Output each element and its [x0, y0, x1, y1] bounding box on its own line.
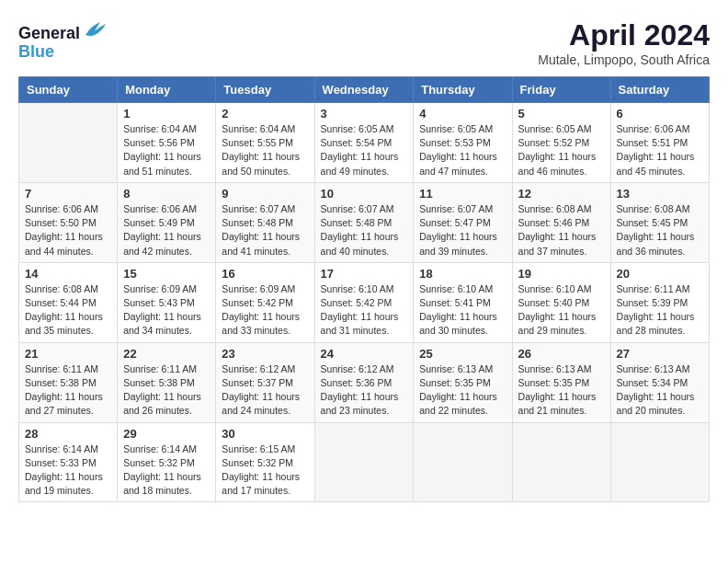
logo-bird-icon	[82, 18, 108, 39]
day-number: 6	[617, 107, 703, 121]
title-block: April 2024 Mutale, Limpopo, South Africa	[538, 18, 710, 67]
month-title: April 2024	[538, 18, 710, 52]
day-number: 1	[123, 107, 210, 121]
calendar-cell	[314, 422, 414, 502]
weekday-header-wednesday: Wednesday	[314, 77, 414, 103]
day-number: 26	[518, 347, 605, 361]
calendar-cell: 12Sunrise: 6:08 AMSunset: 5:46 PMDayligh…	[512, 182, 610, 262]
day-info: Sunrise: 6:11 AMSunset: 5:39 PMDaylight:…	[617, 282, 703, 339]
day-number: 20	[617, 267, 703, 281]
day-number: 13	[617, 187, 703, 201]
calendar-cell: 11Sunrise: 6:07 AMSunset: 5:47 PMDayligh…	[414, 182, 512, 262]
calendar-cell: 8Sunrise: 6:06 AMSunset: 5:49 PMDaylight…	[118, 182, 216, 262]
logo: General Blue	[18, 18, 108, 62]
day-info: Sunrise: 6:04 AMSunset: 5:56 PMDaylight:…	[123, 122, 210, 178]
logo-blue-text: Blue	[18, 43, 108, 62]
day-info: Sunrise: 6:11 AMSunset: 5:38 PMDaylight:…	[25, 362, 111, 419]
day-number: 17	[321, 267, 408, 281]
weekday-header-thursday: Thursday	[414, 77, 512, 103]
day-number: 29	[123, 427, 210, 441]
day-number: 23	[222, 347, 308, 361]
weekday-header-sunday: Sunday	[19, 77, 118, 103]
calendar-cell	[512, 422, 610, 502]
calendar-cell: 22Sunrise: 6:11 AMSunset: 5:38 PMDayligh…	[118, 342, 216, 422]
calendar-cell: 17Sunrise: 6:10 AMSunset: 5:42 PMDayligh…	[314, 262, 414, 342]
day-number: 15	[123, 267, 210, 281]
day-number: 27	[617, 347, 703, 361]
calendar-cell: 2Sunrise: 6:04 AMSunset: 5:55 PMDaylight…	[216, 103, 314, 183]
day-info: Sunrise: 6:13 AMSunset: 5:35 PMDaylight:…	[419, 362, 506, 419]
calendar-cell: 29Sunrise: 6:14 AMSunset: 5:32 PMDayligh…	[118, 422, 216, 502]
calendar-cell: 4Sunrise: 6:05 AMSunset: 5:53 PMDaylight…	[414, 103, 512, 183]
day-number: 28	[25, 427, 111, 441]
day-info: Sunrise: 6:08 AMSunset: 5:46 PMDaylight:…	[518, 202, 605, 259]
calendar-cell: 3Sunrise: 6:05 AMSunset: 5:54 PMDaylight…	[314, 103, 414, 183]
day-number: 7	[25, 187, 111, 201]
day-number: 5	[518, 107, 605, 121]
day-info: Sunrise: 6:13 AMSunset: 5:35 PMDaylight:…	[518, 362, 605, 419]
calendar-cell	[610, 422, 709, 502]
calendar-cell: 18Sunrise: 6:10 AMSunset: 5:41 PMDayligh…	[414, 262, 512, 342]
day-info: Sunrise: 6:08 AMSunset: 5:44 PMDaylight:…	[25, 282, 111, 339]
day-number: 22	[123, 347, 210, 361]
calendar-cell: 19Sunrise: 6:10 AMSunset: 5:40 PMDayligh…	[512, 262, 610, 342]
calendar-table: SundayMondayTuesdayWednesdayThursdayFrid…	[18, 76, 710, 502]
calendar-cell: 15Sunrise: 6:09 AMSunset: 5:43 PMDayligh…	[118, 262, 216, 342]
day-number: 10	[321, 187, 408, 201]
calendar-cell: 7Sunrise: 6:06 AMSunset: 5:50 PMDaylight…	[19, 182, 118, 262]
calendar-cell: 6Sunrise: 6:06 AMSunset: 5:51 PMDaylight…	[610, 103, 709, 183]
calendar-cell: 25Sunrise: 6:13 AMSunset: 5:35 PMDayligh…	[414, 342, 512, 422]
weekday-header-friday: Friday	[512, 77, 610, 103]
day-number: 8	[123, 187, 210, 201]
day-info: Sunrise: 6:07 AMSunset: 5:48 PMDaylight:…	[321, 202, 408, 259]
day-info: Sunrise: 6:06 AMSunset: 5:51 PMDaylight:…	[617, 122, 703, 178]
day-info: Sunrise: 6:04 AMSunset: 5:55 PMDaylight:…	[222, 122, 308, 178]
day-info: Sunrise: 6:12 AMSunset: 5:37 PMDaylight:…	[222, 362, 308, 419]
day-info: Sunrise: 6:10 AMSunset: 5:41 PMDaylight:…	[419, 282, 506, 339]
day-number: 9	[222, 187, 308, 201]
page-header: General Blue April 2024 Mutale, Limpopo,…	[18, 18, 710, 67]
calendar-cell: 30Sunrise: 6:15 AMSunset: 5:32 PMDayligh…	[216, 422, 314, 502]
calendar-cell: 5Sunrise: 6:05 AMSunset: 5:52 PMDaylight…	[512, 103, 610, 183]
day-info: Sunrise: 6:07 AMSunset: 5:47 PMDaylight:…	[419, 202, 506, 259]
day-number: 11	[419, 187, 506, 201]
day-number: 2	[222, 107, 308, 121]
calendar-cell: 23Sunrise: 6:12 AMSunset: 5:37 PMDayligh…	[216, 342, 314, 422]
calendar-cell: 9Sunrise: 6:07 AMSunset: 5:48 PMDaylight…	[216, 182, 314, 262]
day-info: Sunrise: 6:05 AMSunset: 5:53 PMDaylight:…	[419, 122, 506, 178]
day-info: Sunrise: 6:14 AMSunset: 5:33 PMDaylight:…	[25, 442, 111, 499]
day-number: 30	[222, 427, 308, 441]
day-info: Sunrise: 6:13 AMSunset: 5:34 PMDaylight:…	[617, 362, 703, 419]
day-info: Sunrise: 6:05 AMSunset: 5:52 PMDaylight:…	[518, 122, 605, 178]
day-info: Sunrise: 6:09 AMSunset: 5:43 PMDaylight:…	[123, 282, 210, 339]
day-number: 14	[25, 267, 111, 281]
location-text: Mutale, Limpopo, South Africa	[538, 52, 710, 67]
logo-text: General	[18, 18, 108, 43]
day-info: Sunrise: 6:12 AMSunset: 5:36 PMDaylight:…	[321, 362, 408, 419]
weekday-header-monday: Monday	[118, 77, 216, 103]
day-number: 21	[25, 347, 111, 361]
calendar-cell	[19, 103, 118, 183]
calendar-cell: 28Sunrise: 6:14 AMSunset: 5:33 PMDayligh…	[19, 422, 118, 502]
day-info: Sunrise: 6:05 AMSunset: 5:54 PMDaylight:…	[321, 122, 408, 178]
calendar-cell: 27Sunrise: 6:13 AMSunset: 5:34 PMDayligh…	[610, 342, 709, 422]
day-number: 18	[419, 267, 506, 281]
calendar-cell: 10Sunrise: 6:07 AMSunset: 5:48 PMDayligh…	[314, 182, 414, 262]
day-info: Sunrise: 6:06 AMSunset: 5:50 PMDaylight:…	[25, 202, 111, 259]
day-info: Sunrise: 6:14 AMSunset: 5:32 PMDaylight:…	[123, 442, 210, 499]
day-info: Sunrise: 6:09 AMSunset: 5:42 PMDaylight:…	[222, 282, 308, 339]
calendar-cell: 16Sunrise: 6:09 AMSunset: 5:42 PMDayligh…	[216, 262, 314, 342]
day-number: 16	[222, 267, 308, 281]
calendar-cell: 20Sunrise: 6:11 AMSunset: 5:39 PMDayligh…	[610, 262, 709, 342]
day-number: 19	[518, 267, 605, 281]
day-info: Sunrise: 6:10 AMSunset: 5:40 PMDaylight:…	[518, 282, 605, 339]
day-number: 25	[419, 347, 506, 361]
day-info: Sunrise: 6:07 AMSunset: 5:48 PMDaylight:…	[222, 202, 308, 259]
calendar-cell: 13Sunrise: 6:08 AMSunset: 5:45 PMDayligh…	[610, 182, 709, 262]
day-info: Sunrise: 6:15 AMSunset: 5:32 PMDaylight:…	[222, 442, 308, 499]
calendar-cell: 14Sunrise: 6:08 AMSunset: 5:44 PMDayligh…	[19, 262, 118, 342]
day-number: 12	[518, 187, 605, 201]
calendar-cell	[414, 422, 512, 502]
day-number: 4	[419, 107, 506, 121]
calendar-cell: 1Sunrise: 6:04 AMSunset: 5:56 PMDaylight…	[118, 103, 216, 183]
